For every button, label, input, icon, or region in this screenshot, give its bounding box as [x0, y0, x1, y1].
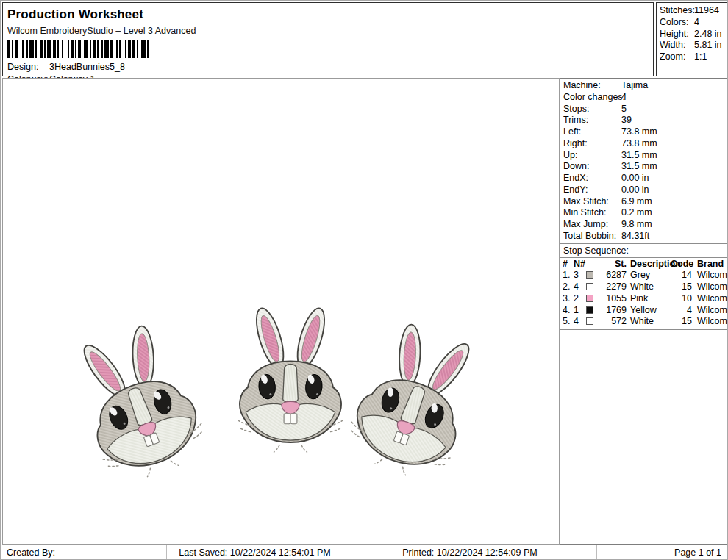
- machine-info-row: Total Bobbin:84.31ft: [560, 231, 728, 243]
- production-worksheet-page: Production Worksheet Wilcom EmbroiderySt…: [0, 0, 728, 560]
- color-swatch: [586, 295, 593, 302]
- bunny-design-middle: [235, 302, 346, 453]
- stop-sequence-table: # N# St. Description Code Brand 1. 3 628…: [560, 257, 728, 331]
- machine-info-row: Up:31.5 mm: [560, 150, 728, 162]
- design-canvas: [2, 78, 560, 545]
- created-by-label: Created By:: [2, 545, 166, 560]
- stop-sequence-body: 1. 3 6287 Grey 14 Wilcom 2. 4 2279: [560, 270, 728, 328]
- color-swatch: [586, 306, 593, 314]
- summary-row: Width:5.81 in: [660, 40, 724, 51]
- design-row: Design:3HeadBunnies5_8: [7, 61, 649, 73]
- page-title: Production Worksheet: [7, 7, 649, 22]
- machine-info-list: Machine:Tajima Color changes:4 Stops:5 T…: [560, 79, 728, 243]
- stop-sequence-title: Stop Sequence:: [560, 243, 728, 257]
- machine-panel: Machine:Tajima Color changes:4 Stops:5 T…: [560, 78, 728, 545]
- stop-row: 1. 3 6287 Grey 14 Wilcom: [560, 270, 728, 281]
- design-summary-box: Stitches:11964 Colors:4 Height:2.48 in W…: [656, 2, 727, 76]
- page-number: Page 1 of 1: [596, 545, 727, 560]
- summary-row: Zoom:1:1: [660, 51, 724, 63]
- bunny-design-left: [60, 312, 215, 492]
- machine-info-row: Color changes:4: [560, 92, 728, 104]
- machine-info-row: Max Jump:9.8 mm: [560, 219, 728, 231]
- stop-row: 3. 2 1055 Pink 10 Wilcom: [560, 293, 728, 305]
- machine-info-row: EndY:0.00 in: [560, 184, 728, 196]
- machine-info-row: Max Stitch:6.9 mm: [560, 196, 728, 208]
- color-swatch: [586, 271, 593, 279]
- summary-row: Stitches:11964: [660, 5, 724, 17]
- barcode: [7, 40, 165, 58]
- machine-info-row: Right:73.8 mm: [560, 138, 728, 150]
- header: Production Worksheet Wilcom EmbroiderySt…: [2, 2, 654, 76]
- machine-info-row: Left:73.8 mm: [560, 126, 728, 138]
- machine-info-row: Machine:Tajima: [560, 80, 728, 92]
- bunny-design-right: [338, 310, 493, 490]
- design-label: Design:: [7, 61, 49, 73]
- machine-info-row: Stops:5: [560, 104, 728, 115]
- machine-info-row: Trims:39: [560, 115, 728, 126]
- stop-row: 5. 4 572 White 15 Wilcom: [560, 316, 728, 328]
- design-value: 3HeadBunnies5_8: [49, 62, 125, 72]
- stop-row: 4. 1 1769 Yellow 4 Wilcom: [560, 305, 728, 317]
- machine-info-row: Min Stitch:0.2 mm: [560, 207, 728, 219]
- app-subtitle: Wilcom EmbroideryStudio – Level 3 Advanc…: [7, 26, 649, 36]
- color-swatch: [586, 283, 593, 290]
- stop-row: 2. 4 2279 White 15 Wilcom: [560, 281, 728, 293]
- machine-info-row: Down:31.5 mm: [560, 161, 728, 173]
- last-saved-timestamp: Last Saved: 10/22/2024 12:54:01 PM: [166, 545, 343, 560]
- footer-bar: Created By: Last Saved: 10/22/2024 12:54…: [1, 545, 728, 560]
- summary-row: Colors:4: [660, 17, 724, 29]
- summary-row: Height:2.48 in: [660, 29, 724, 40]
- color-swatch: [586, 317, 593, 325]
- machine-info-row: EndX:0.00 in: [560, 173, 728, 184]
- stop-sequence-header: # N# St. Description Code Brand: [560, 259, 728, 270]
- printed-timestamp: Printed: 10/22/2024 12:54:09 PM: [343, 545, 596, 560]
